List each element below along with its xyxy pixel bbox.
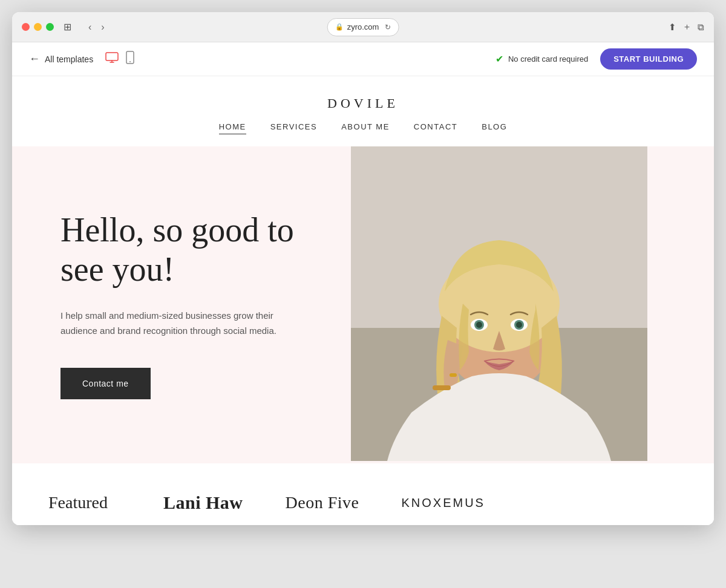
no-credit-card-notice: ✔ No credit card required bbox=[495, 53, 588, 65]
brand-deon-five: Deon Five bbox=[286, 493, 359, 512]
browser-window: ⊞ ‹ › 🔒 zyro.com ↻ ⬆ ＋ ⧉ ← All templates bbox=[12, 12, 714, 525]
url-text: zyro.com bbox=[347, 22, 379, 31]
browser-actions: ⬆ ＋ ⧉ bbox=[669, 21, 704, 33]
svg-point-2 bbox=[129, 61, 131, 62]
checkmark-icon: ✔ bbox=[495, 53, 503, 65]
brand-names: Lani Haw Deon Five KNOXEMUS bbox=[163, 492, 678, 513]
hero-left: Hello, so good to see you! I help small … bbox=[12, 146, 351, 463]
zyro-toolbar: ← All templates ✔ No credit card require… bbox=[12, 42, 714, 76]
site-header: DOVILE HOME SERVICES ABOUT ME CONTACT BL… bbox=[12, 76, 714, 146]
nav-contact[interactable]: CONTACT bbox=[414, 122, 457, 134]
nav-about[interactable]: ABOUT ME bbox=[341, 122, 390, 134]
minimize-dot[interactable] bbox=[34, 23, 42, 31]
featured-label: Featured bbox=[48, 493, 127, 512]
toolbar-right: ✔ No credit card required START BUILDING bbox=[495, 48, 697, 70]
nav-home[interactable]: HOME bbox=[219, 122, 246, 134]
windows-icon[interactable]: ⧉ bbox=[698, 22, 704, 33]
hero-section: Hello, so good to see you! I help small … bbox=[12, 146, 714, 463]
svg-rect-0 bbox=[106, 53, 118, 60]
site-nav: HOME SERVICES ABOUT ME CONTACT BLOG bbox=[219, 122, 508, 146]
browser-dots bbox=[22, 23, 54, 31]
new-tab-icon[interactable]: ＋ bbox=[682, 21, 692, 33]
lock-icon: 🔒 bbox=[335, 23, 344, 31]
browser-forward-button[interactable]: › bbox=[99, 21, 106, 34]
maximize-dot[interactable] bbox=[46, 23, 54, 31]
hero-headline: Hello, so good to see you! bbox=[60, 211, 315, 289]
back-to-templates-link[interactable]: ← All templates bbox=[29, 53, 93, 65]
back-arrow-icon: ← bbox=[29, 53, 40, 65]
reload-icon[interactable]: ↻ bbox=[385, 23, 391, 31]
svg-point-12 bbox=[476, 322, 482, 328]
browser-urlbar[interactable]: 🔒 zyro.com ↻ bbox=[327, 18, 399, 36]
svg-point-15 bbox=[516, 322, 522, 328]
desktop-view-button[interactable] bbox=[105, 51, 119, 67]
hero-image bbox=[351, 146, 647, 463]
view-toggle bbox=[105, 51, 134, 67]
mobile-view-button[interactable] bbox=[126, 51, 134, 67]
browser-nav-buttons: ‹ › bbox=[86, 21, 107, 34]
back-label: All templates bbox=[45, 54, 93, 64]
brand-lani-haw: Lani Haw bbox=[163, 492, 243, 513]
contact-me-button[interactable]: Contact me bbox=[60, 368, 151, 399]
hero-subtext: I help small and medium-sized businesses… bbox=[60, 308, 290, 339]
browser-titlebar: ⊞ ‹ › 🔒 zyro.com ↻ ⬆ ＋ ⧉ bbox=[12, 12, 714, 42]
website-content: DOVILE HOME SERVICES ABOUT ME CONTACT BL… bbox=[12, 76, 714, 525]
close-dot[interactable] bbox=[22, 23, 30, 31]
no-credit-text: No credit card required bbox=[508, 54, 588, 64]
nav-services[interactable]: SERVICES bbox=[270, 122, 318, 134]
sidebar-toggle-icon[interactable]: ⊞ bbox=[64, 21, 71, 33]
site-logo: DOVILE bbox=[327, 96, 399, 111]
hero-portrait-svg bbox=[351, 146, 647, 461]
browser-back-button[interactable]: ‹ bbox=[86, 21, 94, 34]
svg-rect-16 bbox=[450, 373, 457, 377]
brand-knoxemus: KNOXEMUS bbox=[401, 496, 485, 510]
svg-rect-17 bbox=[433, 385, 451, 390]
start-building-button[interactable]: START BUILDING bbox=[600, 48, 697, 70]
featured-bar: Featured Lani Haw Deon Five KNOXEMUS bbox=[12, 463, 714, 525]
nav-blog[interactable]: BLOG bbox=[482, 122, 507, 134]
share-icon[interactable]: ⬆ bbox=[669, 22, 676, 33]
